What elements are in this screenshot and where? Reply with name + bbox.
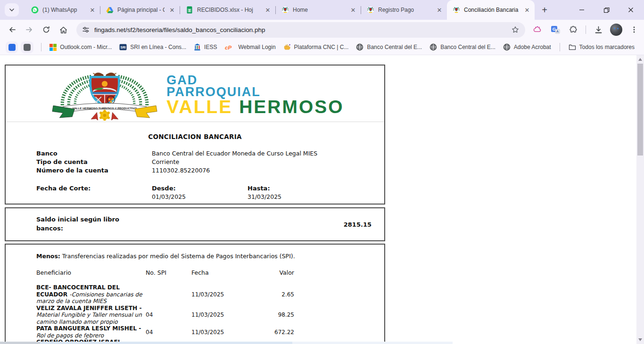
tab-label: RECIBIDOS.xlsx - Hoj <box>197 7 260 13</box>
scroll-up-arrow[interactable] <box>638 58 642 61</box>
translate-icon[interactable]: GA <box>548 22 563 37</box>
beneficiario-cell: PATA BANGUERA LESLY MISHEL - Rol de pago… <box>36 325 146 339</box>
logo-word-valle: VALLE <box>166 97 232 117</box>
vertical-scrollbar[interactable] <box>636 55 644 344</box>
bottom-strip-blue <box>40 342 292 344</box>
document-title: CONCILIACION BANCARIA <box>6 133 384 140</box>
address-bar[interactable]: fingads.net/sf2/tesoreria/files/saldo_ba… <box>76 22 525 38</box>
logo-word-hermoso: HERMOSO <box>239 97 344 117</box>
gad-favicon <box>281 6 289 14</box>
drive-icon <box>106 6 114 14</box>
hasta-label: Hasta: <box>248 185 384 192</box>
bookmark-outlook-com-micr-[interactable]: Outlook.com - Micr... <box>46 42 116 53</box>
bottom-strip-gray <box>0 342 40 344</box>
tab-conciliaci-n-bancaria[interactable]: Conciliación Bancaria✕ <box>447 0 535 20</box>
home-button[interactable] <box>56 22 71 37</box>
menu-kebab-icon[interactable] <box>627 22 642 37</box>
spi-table-row: BCE- BANCOCENTRAL DEL ECUADOR -Comisione… <box>36 284 384 305</box>
tab-close-icon[interactable]: ✕ <box>436 6 443 14</box>
bookmark-iess[interactable]: IESS <box>190 41 221 53</box>
reload-button[interactable] <box>39 22 54 37</box>
tab-home[interactable]: Home✕ <box>276 0 361 20</box>
pinned-app-blue[interactable] <box>6 41 18 53</box>
banco-value: Banco Central del Ecuador Moneda de Curs… <box>152 150 384 157</box>
bookmark-label: Adobe Acrobat <box>514 44 551 50</box>
tab-label: Registro Pago <box>378 7 432 13</box>
spi-table-row: PATA BANGUERA LESLY MISHEL - Rol de pago… <box>36 325 384 339</box>
bookmark-label: Banco Central del E... <box>440 44 495 50</box>
spi-table-header: Beneficiario No. SPI Fecha Valor <box>36 269 384 276</box>
forward-button[interactable] <box>22 22 37 37</box>
whatsapp-icon <box>31 6 39 14</box>
bookmark-plataforma-cnc-c-[interactable]: Plataforma CNC | C... <box>280 41 353 53</box>
tab-close-icon[interactable]: ✕ <box>168 6 176 14</box>
gad-favicon <box>453 6 460 14</box>
downloads-icon[interactable] <box>591 22 606 37</box>
tab-strip: (1) WhatsApp✕Página principal - Go✕RECIB… <box>0 0 644 20</box>
numero-cuenta-label: Número de la cuenta <box>36 167 152 174</box>
folder-icon <box>569 44 576 50</box>
back-button[interactable] <box>5 22 20 37</box>
toolbar-right-icons: GA <box>530 22 642 37</box>
menos-line: Menos: Transferencias realizadas por med… <box>36 253 384 260</box>
close-window-button[interactable] <box>626 5 636 15</box>
header-box: VALLE HERMOSO TURÍSTICO Y PRODUCTIVO GAD… <box>5 65 385 205</box>
spi-table-rows: BCE- BANCOCENTRAL DEL ECUADOR -Comisione… <box>36 284 384 344</box>
blue-app-icon <box>8 44 16 51</box>
cpanel-icon: cP <box>224 44 235 50</box>
bookmark-banco-central-del-e-[interactable]: Banco Central del E... <box>352 41 426 53</box>
pinned-app-gray[interactable] <box>21 41 33 53</box>
hasta-value: 31/03/2025 <box>248 193 384 200</box>
bookmarks-right-divider <box>560 43 560 51</box>
scroll-down-arrow[interactable] <box>638 338 642 341</box>
numero-cuenta-value: 1110302.85220076 <box>152 167 384 174</box>
restore-button[interactable] <box>602 5 611 15</box>
spi-transfers-box: Menos: Transferencias realizadas por med… <box>5 244 385 344</box>
bookmark-star-icon[interactable] <box>511 25 520 34</box>
menos-text: Transferencias realizadas por medio del … <box>60 253 295 260</box>
minimize-button[interactable] <box>577 5 586 15</box>
bookmark-label: IESS <box>204 44 217 50</box>
tab-close-icon[interactable]: ✕ <box>349 6 357 14</box>
url-text[interactable]: fingads.net/sf2/tesoreria/files/saldo_ba… <box>94 26 511 33</box>
all-bookmarks-button[interactable]: Todos los marcadores <box>565 42 638 52</box>
logo-wordmark: GAD PARROQUIAL VALLE HERMOSO <box>166 74 344 115</box>
logo-banner-text: VALLE HERMOSO TURÍSTICO Y PRODUCTIVO <box>73 106 137 110</box>
no-spi-cell: 04 <box>146 329 191 336</box>
bookmark-label: Outlook.com - Micr... <box>60 44 112 50</box>
tab-close-icon[interactable]: ✕ <box>264 6 272 14</box>
gray-app-icon <box>24 44 31 51</box>
bookmark-adobe-acrobat[interactable]: Adobe Acrobat <box>499 41 555 53</box>
header-no-spi: No. SPI <box>146 269 191 276</box>
valor-cell: 98.25 <box>241 311 294 318</box>
beneficiario-cell: VELIZ ZAVALA JENIFFER LISETH - Material … <box>36 305 146 326</box>
gad-emblem-logo: VALLE HERMOSO TURÍSTICO Y PRODUCTIVO <box>46 70 164 121</box>
scrollbar-thumb[interactable] <box>637 64 643 156</box>
svg-text:cP: cP <box>225 45 231 50</box>
theme-cloud-icon[interactable] <box>530 22 545 37</box>
tab-close-icon[interactable]: ✕ <box>523 6 531 14</box>
bookmarks-bar: Outlook.com - Micr...SRISRI en Línea - C… <box>0 40 644 55</box>
tab--1-whatsapp[interactable]: (1) WhatsApp✕ <box>25 0 100 20</box>
tab-recibidos-xlsx-hoj[interactable]: RECIBIDOS.xlsx - Hoj✕ <box>180 0 275 20</box>
page-viewport: VALLE HERMOSO TURÍSTICO Y PRODUCTIVO GAD… <box>0 55 644 344</box>
tab-close-icon[interactable]: ✕ <box>89 6 96 14</box>
svg-text:A: A <box>556 29 559 33</box>
new-tab-button[interactable]: + <box>538 4 551 16</box>
tab-search-chevron-icon[interactable] <box>5 3 19 16</box>
all-bookmarks-label: Todos los marcadores <box>579 44 635 50</box>
extensions-puzzle-icon[interactable] <box>566 22 581 37</box>
site-settings-icon[interactable] <box>82 26 90 33</box>
fecha-cell: 11/03/2025 <box>191 311 241 318</box>
bookmark-webmail-login[interactable]: cPWebmail Login <box>221 42 279 52</box>
tab-p-gina-principal-go[interactable]: Página principal - Go✕ <box>100 0 180 20</box>
cnc-icon <box>283 43 291 51</box>
profile-avatar[interactable] <box>609 22 624 37</box>
bookmark-banco-central-del-e-[interactable]: Banco Central del E... <box>426 41 499 53</box>
bookmark-label: Webmail Login <box>238 44 275 50</box>
tab-registro-pago[interactable]: Registro Pago✕ <box>361 0 447 20</box>
tipo-cuenta-value: Corriente <box>152 158 384 165</box>
bookmark-sri-en-l-nea-cons-[interactable]: SRISRI en Línea - Cons... <box>116 41 190 53</box>
tab-label: Conciliación Bancaria <box>464 7 520 13</box>
saldo-inicial-box: Saldo inicial según libro bancos: 2815.1… <box>5 207 385 241</box>
